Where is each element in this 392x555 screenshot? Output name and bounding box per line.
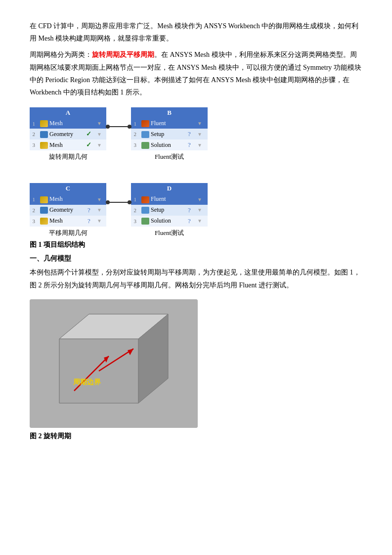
geo-icon-c2 [40, 207, 48, 214]
table-c-header: C [30, 183, 106, 194]
workbench-table-c: C 1 Mesh ▼ 2 Geometry ? ▼ 3 Mesh ? ▼ [30, 183, 106, 226]
intro-text-1: 在 CFD 计算中，周期边界应用非常广泛。Mesh 模块作为 ANSYS Wor… [30, 22, 358, 42]
mesh-icon-a1 [40, 120, 48, 127]
cube-svg: 周期边界 [30, 299, 198, 428]
section1-title: 一、几何模型 [30, 254, 362, 263]
table-a-row-3: 3 Mesh ✓ ▼ [30, 139, 106, 150]
caption-c: 平移周期几何 [49, 229, 87, 237]
table-b-header: B [131, 107, 208, 118]
table-d-row-3: 3 Solution ? ▼ [131, 216, 208, 227]
svg-text:周期边界: 周期边界 [73, 378, 101, 386]
fig2-cube: 周期边界 [30, 299, 198, 428]
caption-b: Fluent测试 [155, 152, 184, 161]
table-c-row-3: 3 Mesh ? ▼ [30, 216, 106, 227]
intro-paragraph-2: 周期网格分为两类：旋转周期及平移周期。在 ANSYS Mesh 模块中，利用坐标… [30, 48, 362, 98]
fig1-caption: 图 1 项目组织结构 [30, 240, 362, 249]
mesh-icon-a3 [40, 142, 48, 149]
connector-cd [106, 183, 131, 203]
table-d-header: D [131, 183, 208, 194]
workbench-table-a: A 1 Mesh ▼ 2 Geometry ✓ ▼ 3 Mesh ✓ ▼ [30, 107, 106, 150]
table-b-row-3: 3 Solution ? ▼ [131, 139, 208, 150]
caption-d: Fluent测试 [155, 229, 184, 237]
intro-paragraph-1: 在 CFD 计算中，周期边界应用非常广泛。Mesh 模块作为 ANSYS Wor… [30, 20, 362, 45]
section1-para: 本例包括两个计算模型，分别对应旋转周期与平移周期，为方便起见，这里使用最简单的几… [30, 266, 362, 292]
workbench-table-b: B 1 Fluent ▼ 2 Setup ? ▼ 3 Solution ? ▼ [131, 107, 208, 150]
connector-ab [106, 107, 131, 127]
diagram-block-c: C 1 Mesh ▼ 2 Geometry ? ▼ 3 Mesh ? ▼ 平移周… [30, 183, 106, 237]
fig2-caption: 图 2 旋转周期 [30, 432, 362, 441]
intro-text-2-prefix: 周期网格分为两类： [30, 51, 92, 58]
fluent-icon-d1 [141, 196, 149, 203]
table-c-row-1: 1 Mesh ▼ [30, 194, 106, 204]
table-b-row-2: 2 Setup ? ▼ [131, 129, 208, 139]
table-b-row-1: 1 Fluent ▼ [131, 118, 208, 129]
mesh-icon-c1 [40, 196, 48, 203]
fluent-icon-b1 [141, 120, 149, 127]
geo-icon-a2 [40, 131, 48, 138]
mesh-icon-c3 [40, 218, 48, 225]
sol-icon-b3 [141, 142, 149, 149]
sol-icon-d3 [141, 218, 149, 225]
table-a-header: A [30, 107, 106, 118]
table-c-row-2: 2 Geometry ? ▼ [30, 205, 106, 216]
setup-icon-d2 [141, 207, 149, 214]
diagram-block-a: A 1 Mesh ▼ 2 Geometry ✓ ▼ 3 Mesh ✓ ▼ 旋转周… [30, 107, 106, 161]
workbench-table-d: D 1 Fluent ▼ 2 Setup ? ▼ 3 Solution ? ▼ [131, 183, 208, 226]
caption-a: 旋转周期几何 [49, 152, 87, 161]
diagram-block-b: B 1 Fluent ▼ 2 Setup ? ▼ 3 Solution ? ▼ … [131, 107, 208, 161]
intro-text-2-red: 旋转周期及平移周期 [92, 51, 154, 58]
diagrams-row-2: C 1 Mesh ▼ 2 Geometry ? ▼ 3 Mesh ? ▼ 平移周… [30, 183, 362, 237]
table-d-row-1: 1 Fluent ▼ [131, 194, 208, 204]
table-a-row-2: 2 Geometry ✓ ▼ [30, 129, 106, 139]
setup-icon-b2 [141, 131, 149, 138]
diagram-block-d: D 1 Fluent ▼ 2 Setup ? ▼ 3 Solution ? ▼ … [131, 183, 208, 237]
table-a-row-1: 1 Mesh ▼ [30, 118, 106, 129]
diagrams-row-1: A 1 Mesh ▼ 2 Geometry ✓ ▼ 3 Mesh ✓ ▼ 旋转周… [30, 107, 362, 161]
table-d-row-2: 2 Setup ? ▼ [131, 205, 208, 216]
